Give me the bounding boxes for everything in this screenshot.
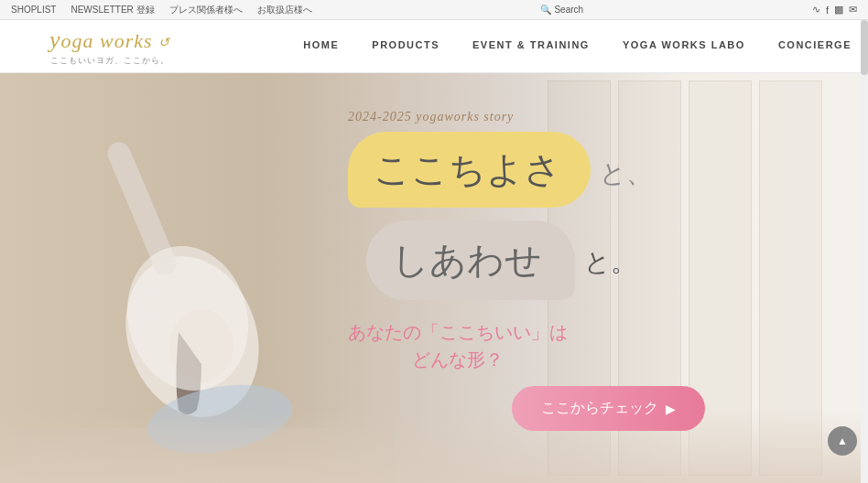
vimeo-icon[interactable]: ▩ <box>834 4 843 16</box>
tagline: あなたの「ここちいい」は どんな形？ <box>348 318 568 373</box>
search-icon: 🔍 <box>540 5 551 15</box>
rss-icon[interactable]: ∿ <box>812 4 820 16</box>
bubble-row-1: ここちよさ と、 <box>348 132 652 215</box>
chevron-up-icon: ▲ <box>837 435 848 447</box>
scrollbar-thumb[interactable] <box>861 20 868 75</box>
logo[interactable]: yoga works ↺ <box>49 27 170 54</box>
hero-content: 2024-2025 yogaworks story ここちよさ と、 しあわせ … <box>0 73 868 483</box>
nav-products[interactable]: PRODUCTS <box>355 20 456 72</box>
retailer-link[interactable]: お取扱店様へ <box>257 4 312 16</box>
press-link[interactable]: プレス関係者様へ <box>169 4 243 16</box>
logo-area: yoga works ↺ ここもいいヨガ、ここから。 <box>0 27 201 67</box>
bubble-yellow: ここちよさ <box>348 132 591 208</box>
mail-icon[interactable]: ✉ <box>849 4 857 16</box>
scrollbar[interactable] <box>861 20 868 483</box>
shoplist-link[interactable]: SHOPLIST <box>11 5 56 15</box>
logo-subtitle: ここもいいヨガ、ここから。 <box>50 55 169 67</box>
header: yoga works ↺ ここもいいヨガ、ここから。 HOME PRODUCTS… <box>0 20 868 73</box>
bubble-gray-text: しあわせ <box>392 240 542 280</box>
main-nav: HOME PRODUCTS EVENT & TRAINING YOGA WORK… <box>287 20 868 72</box>
story-label: 2024-2025 yogaworks story <box>348 110 514 124</box>
tagline-line1: あなたの「ここちいい」は <box>348 318 568 346</box>
hero-section: 2024-2025 yogaworks story ここちよさ と、 しあわせ … <box>0 73 868 483</box>
bubble-yellow-text: ここちよさ <box>374 149 561 189</box>
to-text-2: と。 <box>584 245 636 280</box>
nav-event-training[interactable]: EVENT & TRAINING <box>456 20 606 72</box>
scroll-top-button[interactable]: ▲ <box>828 426 857 456</box>
bubble-gray: しあわせ <box>366 220 575 300</box>
search-label: Search <box>554 5 583 15</box>
bubble-row-2: しあわせ と。 <box>348 220 636 304</box>
logo-text: yoga works ↺ <box>49 29 170 52</box>
newsletter-link[interactable]: NEWSLETTER 登録 <box>71 4 154 16</box>
nav-home[interactable]: HOME <box>287 20 355 72</box>
nav-concierge[interactable]: CONCIERGE <box>762 20 868 72</box>
cta-label: ここからチェック <box>541 399 658 418</box>
nav-yoga-works-labo[interactable]: YOGA WORKS LABO <box>606 20 762 72</box>
search-area[interactable]: 🔍 Search <box>540 5 583 15</box>
to-text-1: と、 <box>600 156 652 191</box>
social-icons: ∿ f ▩ ✉ <box>812 4 857 16</box>
cta-button[interactable]: ここからチェック ▶ <box>512 386 705 431</box>
cta-arrow-icon: ▶ <box>666 402 676 416</box>
tagline-line2: どんな形？ <box>348 346 568 373</box>
facebook-icon[interactable]: f <box>826 5 829 16</box>
utility-bar: SHOPLIST NEWSLETTER 登録 プレス関係者様へ お取扱店様へ 🔍… <box>0 0 868 20</box>
